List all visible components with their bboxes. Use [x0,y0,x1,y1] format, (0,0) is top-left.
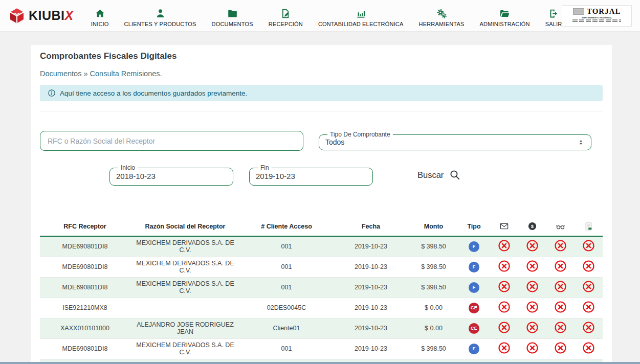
rfc-search-input[interactable] [40,131,303,151]
person-icon [155,8,166,19]
tipo-comprobante-select[interactable]: Tipo De Comprobante Todos [319,131,591,150]
table-row: ISE921210MX8 02DES0045C 2019-10-23 $ 0.0… [40,298,603,318]
breadcrumb-current[interactable]: Consulta Remisiones. [90,70,162,78]
nav-item-salir[interactable]: SALIR [545,4,562,27]
ver-disabled-button[interactable] [554,321,567,334]
nav-item-herramientas[interactable]: HERRAMIENTAS [419,4,465,27]
red-x-circle-icon [526,280,539,293]
ver-disabled-button[interactable] [554,239,567,252]
pago-disabled-button[interactable] [526,321,539,334]
email-disabled-button[interactable] [498,301,511,313]
ver-disabled-button[interactable] [554,342,567,354]
cell-monto: $ 0.00 [409,298,458,318]
xml-disabled-button[interactable] [582,280,595,293]
email-disabled-button[interactable] [498,321,511,334]
cell-cliente: 001 [240,277,333,298]
section-divider [40,111,603,111]
fecha-fin-input[interactable] [255,171,367,181]
nav-item-clientes-y-productos[interactable]: CLIENTES Y PRODUCTOS [124,4,196,27]
nav-item-documentos[interactable]: DOCUMENTOS [212,4,253,27]
pago-disabled-button[interactable] [526,342,539,354]
folder-icon [227,8,238,19]
kiubix-logo[interactable]: KIUBIX [8,7,74,25]
ver-disabled-button[interactable] [554,260,567,272]
red-x-circle-icon [582,321,595,334]
red-x-circle-icon [554,239,567,252]
nav-item-administracion[interactable]: ADMINISTRACIÓN [480,4,530,27]
glasses-icon [556,221,565,231]
pago-disabled-button[interactable] [526,260,539,272]
nav-label: RECEPCIÓN [269,21,303,27]
torjal-name: TORJAL [587,7,621,16]
ver-disabled-button[interactable] [554,280,567,293]
xml-disabled-button[interactable] [582,239,595,252]
email-disabled-button[interactable] [498,280,511,293]
torjal-stamp-icon [573,8,584,15]
red-x-circle-icon [554,342,567,354]
pago-disabled-button[interactable] [526,280,539,293]
cell-rfc: XAXX010101000 [40,318,130,338]
cell-fecha: 2019-10-23 [333,236,409,257]
open-folder-icon [499,8,510,19]
nav-item-contabilidad-electronica[interactable]: CONTABILIDAD ELECTRÓNICA [318,4,404,27]
xml-disabled-button[interactable] [582,301,595,313]
header-tipo: Tipo [458,217,490,237]
cell-cliente: 02DES0045C [240,298,333,318]
fecha-inicio-input[interactable] [115,171,228,181]
red-x-circle-icon [526,321,539,334]
header-razon-social: Razón Social del Receptor [130,217,240,237]
cell-cliente: 001 [240,236,333,257]
red-x-circle-icon [498,239,511,252]
cell-fecha: 2019-10-23 [333,277,409,298]
breadcrumb-section[interactable]: Documentos [40,70,81,78]
tipo-badge: F [469,344,479,354]
torjal-address-line [572,19,621,20]
xml-disabled-button[interactable] [582,260,595,272]
bar-chart-icon [356,8,366,19]
page-title: Comprobantes Fiscales Digitales [40,51,603,61]
table-row: XAXX010101000 ALEJANDRO JOSE RODRIGUEZ J… [40,318,603,338]
nav-item-inicio[interactable]: INICIO [91,4,109,27]
cell-razon [130,298,240,318]
results-table-container: RFC Receptor Razón Social del Receptor #… [40,217,603,364]
torjal-subtitle: MANTENIMIENTO INDUSTRIAL [565,16,628,19]
pago-disabled-button[interactable] [526,301,539,313]
table-row: MDE690801DI8 MEXICHEM DERIVADOS S.A. DE … [40,236,603,257]
cell-cliente: 001 [240,338,333,359]
breadcrumb: Documentos » Consulta Remisiones. [40,70,603,78]
xml-disabled-button[interactable] [582,321,595,334]
cell-rfc: MDE690801DI8 [40,338,130,359]
cell-fecha: 2019-10-23 [333,257,409,277]
red-x-circle-icon [554,321,567,334]
fecha-inicio-field: Inicio [109,164,233,186]
torjal-partner-logo: TORJAL MANTENIMIENTO INDUSTRIAL [562,5,632,27]
cell-monto: $ 398.50 [409,338,458,359]
header-monto: Monto [409,217,458,237]
email-disabled-button[interactable] [498,260,511,272]
updown-arrows-icon [577,139,585,146]
tipo-comprobante-value: Todos [325,138,344,146]
documents-table: RFC Receptor Razón Social del Receptor #… [40,217,603,364]
info-icon [48,89,56,97]
xml-disabled-button[interactable] [582,342,595,354]
nav-label: ADMINISTRACIÓN [480,21,530,27]
page-background: Comprobantes Fiscales Digitales Document… [0,32,640,364]
email-disabled-button[interactable] [498,342,511,354]
buscar-button[interactable]: Buscar [415,166,462,184]
info-alert: Aquí tiene acceso a los documentos guard… [40,85,603,101]
cell-monto: $ 398.50 [409,257,458,277]
search-icon [449,169,460,180]
email-disabled-button[interactable] [498,239,511,252]
header-fecha: Fecha [333,217,409,237]
tipo-comprobante-label: Tipo De Comprobante [327,131,393,138]
nav-item-recepcion[interactable]: RECEPCIÓN [269,4,303,27]
filter-form: Tipo De Comprobante Todos Inicio Fin [40,131,603,186]
pago-disabled-button[interactable] [526,239,539,252]
header-rfc-receptor: RFC Receptor [40,217,130,237]
email-icon [499,221,509,231]
ver-disabled-button[interactable] [554,301,567,313]
gears-icon [436,8,447,19]
fecha-fin-label: Fin [258,164,272,171]
red-x-circle-icon [498,342,511,354]
buscar-label: Buscar [417,170,444,180]
